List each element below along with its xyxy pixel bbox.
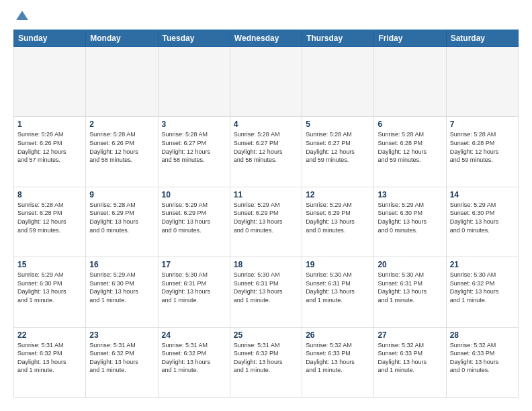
table-row: 4Sunrise: 5:28 AMSunset: 6:27 PMDaylight… [230, 117, 302, 187]
table-row: 14Sunrise: 5:29 AMSunset: 6:30 PMDayligh… [446, 187, 518, 257]
week-row-3: 8Sunrise: 5:28 AMSunset: 6:28 PMDaylight… [14, 187, 519, 257]
table-row: 8Sunrise: 5:28 AMSunset: 6:28 PMDaylight… [14, 187, 86, 257]
svg-marker-0 [16, 11, 28, 20]
cell-text: Sunrise: 5:29 AMSunset: 6:30 PMDaylight:… [89, 271, 154, 304]
cell-text: Sunrise: 5:29 AMSunset: 6:30 PMDaylight:… [17, 271, 82, 304]
header-saturday: Saturday [446, 30, 518, 47]
table-row: 1Sunrise: 5:28 AMSunset: 6:26 PMDaylight… [14, 117, 86, 187]
table-row: 7Sunrise: 5:28 AMSunset: 6:28 PMDaylight… [446, 117, 518, 187]
table-row: 27Sunrise: 5:32 AMSunset: 6:33 PMDayligh… [374, 327, 446, 397]
cell-text: Sunrise: 5:28 AMSunset: 6:26 PMDaylight:… [89, 130, 154, 164]
table-row: 28Sunrise: 5:32 AMSunset: 6:33 PMDayligh… [446, 327, 518, 397]
day-number: 22 [17, 330, 82, 340]
table-row [86, 47, 158, 117]
header-row: Sunday Monday Tuesday Wednesday Thursday… [14, 30, 519, 47]
table-row: 24Sunrise: 5:31 AMSunset: 6:32 PMDayligh… [158, 327, 230, 397]
day-number: 9 [89, 190, 154, 199]
cell-text: Sunrise: 5:29 AMSunset: 6:30 PMDaylight:… [450, 201, 515, 234]
table-row: 2Sunrise: 5:28 AMSunset: 6:26 PMDaylight… [86, 117, 158, 187]
day-number: 20 [378, 260, 442, 269]
table-row: 3Sunrise: 5:28 AMSunset: 6:27 PMDaylight… [158, 117, 230, 187]
cell-text: Sunrise: 5:28 AMSunset: 6:29 PMDaylight:… [89, 201, 154, 234]
day-number: 13 [378, 190, 442, 199]
cell-text: Sunrise: 5:31 AMSunset: 6:32 PMDaylight:… [17, 341, 82, 375]
cell-text: Sunrise: 5:31 AMSunset: 6:32 PMDaylight:… [89, 341, 154, 375]
cell-text: Sunrise: 5:28 AMSunset: 6:26 PMDaylight:… [17, 130, 82, 164]
table-row: 17Sunrise: 5:30 AMSunset: 6:31 PMDayligh… [158, 257, 230, 327]
table-row: 5Sunrise: 5:28 AMSunset: 6:27 PMDaylight… [302, 117, 374, 187]
header-tuesday: Tuesday [158, 30, 230, 47]
table-row: 26Sunrise: 5:32 AMSunset: 6:33 PMDayligh… [302, 327, 374, 397]
cell-text: Sunrise: 5:30 AMSunset: 6:31 PMDaylight:… [234, 271, 298, 304]
day-number: 2 [89, 120, 154, 129]
cell-text: Sunrise: 5:32 AMSunset: 6:33 PMDaylight:… [378, 341, 442, 375]
header [13, 13, 519, 23]
cell-text: Sunrise: 5:28 AMSunset: 6:27 PMDaylight:… [306, 130, 370, 164]
cell-text: Sunrise: 5:30 AMSunset: 6:31 PMDaylight:… [306, 271, 370, 304]
week-row-4: 15Sunrise: 5:29 AMSunset: 6:30 PMDayligh… [14, 257, 519, 327]
day-number: 16 [89, 260, 154, 269]
page: Sunday Monday Tuesday Wednesday Thursday… [0, 0, 532, 411]
table-row: 12Sunrise: 5:29 AMSunset: 6:29 PMDayligh… [302, 187, 374, 257]
day-number: 19 [306, 260, 370, 269]
day-number: 7 [450, 120, 515, 129]
day-number: 10 [162, 190, 226, 199]
week-row-1 [14, 47, 519, 117]
day-number: 3 [162, 120, 226, 129]
day-number: 5 [306, 120, 370, 129]
cell-text: Sunrise: 5:31 AMSunset: 6:32 PMDaylight:… [234, 341, 298, 375]
day-number: 6 [378, 120, 442, 129]
day-number: 1 [17, 120, 82, 129]
day-number: 12 [306, 190, 370, 199]
day-number: 17 [162, 260, 226, 269]
table-row [14, 47, 86, 117]
week-row-5: 22Sunrise: 5:31 AMSunset: 6:32 PMDayligh… [14, 327, 519, 397]
table-row: 9Sunrise: 5:28 AMSunset: 6:29 PMDaylight… [86, 187, 158, 257]
header-wednesday: Wednesday [230, 30, 302, 47]
table-row: 18Sunrise: 5:30 AMSunset: 6:31 PMDayligh… [230, 257, 302, 327]
cell-text: Sunrise: 5:30 AMSunset: 6:31 PMDaylight:… [378, 271, 442, 304]
header-thursday: Thursday [302, 30, 374, 47]
day-number: 28 [450, 330, 515, 340]
table-row: 13Sunrise: 5:29 AMSunset: 6:30 PMDayligh… [374, 187, 446, 257]
cell-text: Sunrise: 5:28 AMSunset: 6:27 PMDaylight:… [162, 130, 226, 164]
cell-text: Sunrise: 5:30 AMSunset: 6:31 PMDaylight:… [162, 271, 226, 304]
day-number: 4 [234, 120, 298, 129]
table-row: 15Sunrise: 5:29 AMSunset: 6:30 PMDayligh… [14, 257, 86, 327]
cell-text: Sunrise: 5:28 AMSunset: 6:28 PMDaylight:… [378, 130, 442, 164]
logo-icon [15, 8, 30, 23]
day-number: 11 [234, 190, 298, 199]
cell-text: Sunrise: 5:32 AMSunset: 6:33 PMDaylight:… [450, 341, 515, 375]
day-number: 21 [450, 260, 515, 269]
cell-text: Sunrise: 5:29 AMSunset: 6:29 PMDaylight:… [162, 201, 226, 234]
day-number: 14 [450, 190, 515, 199]
day-number: 8 [17, 190, 82, 199]
table-row: 10Sunrise: 5:29 AMSunset: 6:29 PMDayligh… [158, 187, 230, 257]
table-row: 19Sunrise: 5:30 AMSunset: 6:31 PMDayligh… [302, 257, 374, 327]
table-row: 25Sunrise: 5:31 AMSunset: 6:32 PMDayligh… [230, 327, 302, 397]
table-row: 22Sunrise: 5:31 AMSunset: 6:32 PMDayligh… [14, 327, 86, 397]
header-sunday: Sunday [14, 30, 86, 47]
table-row [446, 47, 518, 117]
calendar-body: 1Sunrise: 5:28 AMSunset: 6:26 PMDaylight… [14, 47, 519, 398]
table-row [230, 47, 302, 117]
calendar-table: Sunday Monday Tuesday Wednesday Thursday… [13, 30, 519, 398]
day-number: 15 [17, 260, 82, 269]
cell-text: Sunrise: 5:29 AMSunset: 6:30 PMDaylight:… [378, 201, 442, 234]
day-number: 27 [378, 330, 442, 340]
table-row: 20Sunrise: 5:30 AMSunset: 6:31 PMDayligh… [374, 257, 446, 327]
cell-text: Sunrise: 5:30 AMSunset: 6:32 PMDaylight:… [450, 271, 515, 304]
table-row: 23Sunrise: 5:31 AMSunset: 6:32 PMDayligh… [86, 327, 158, 397]
cell-text: Sunrise: 5:29 AMSunset: 6:29 PMDaylight:… [234, 201, 298, 234]
cell-text: Sunrise: 5:28 AMSunset: 6:28 PMDaylight:… [450, 130, 515, 164]
table-row: 21Sunrise: 5:30 AMSunset: 6:32 PMDayligh… [446, 257, 518, 327]
table-row: 11Sunrise: 5:29 AMSunset: 6:29 PMDayligh… [230, 187, 302, 257]
day-number: 26 [306, 330, 370, 340]
header-monday: Monday [86, 30, 158, 47]
logo [13, 13, 30, 23]
week-row-2: 1Sunrise: 5:28 AMSunset: 6:26 PMDaylight… [14, 117, 519, 187]
table-row [302, 47, 374, 117]
day-number: 24 [162, 330, 226, 340]
table-row: 6Sunrise: 5:28 AMSunset: 6:28 PMDaylight… [374, 117, 446, 187]
cell-text: Sunrise: 5:28 AMSunset: 6:28 PMDaylight:… [17, 201, 82, 234]
